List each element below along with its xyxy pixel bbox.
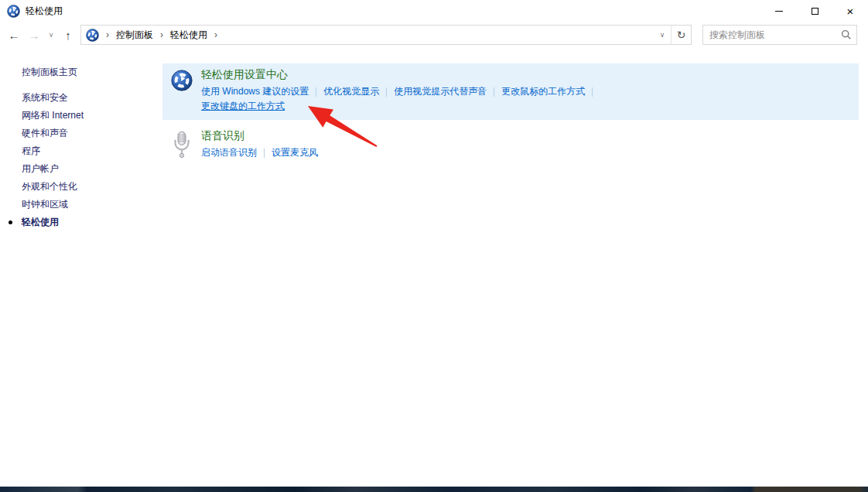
taskbar-sliver [0,487,868,492]
sidebar-item-appearance-personalization[interactable]: 外观和个性化 [22,178,162,196]
minimize-icon [775,11,783,12]
breadcrumb-separator-icon: › [153,29,170,40]
sidebar-item-clock-region[interactable]: 时钟和区域 [22,196,162,214]
breadcrumb-ease-of-access-icon [86,29,99,42]
section-ease-of-access-center: 轻松使用设置中心 使用 Windows 建议的设置 优化视觉显示 使用视觉提示代… [162,63,859,120]
address-dropdown-button[interactable]: ∨ [654,26,671,44]
sidebar-item-user-accounts[interactable]: 用户帐户 [22,160,162,178]
chevron-down-icon: ∨ [660,31,665,39]
chevron-down-icon: ∨ [49,31,54,39]
sidebar-item-programs[interactable]: 程序 [22,142,162,160]
minimize-button[interactable] [761,0,797,22]
ease-of-access-center-title[interactable]: 轻松使用设置中心 [201,68,600,82]
task-link-set-up-microphone[interactable]: 设置麦克风 [272,145,318,160]
speech-recognition-title[interactable]: 语音识别 [201,129,318,143]
breadcrumb-separator-icon: › [207,29,224,40]
maximize-icon [812,8,818,15]
window-title: 轻松使用 [26,5,63,18]
refresh-button[interactable]: ↻ [671,26,691,44]
sidebar-item-hardware-sound[interactable]: 硬件和声音 [22,125,162,142]
link-separator [264,149,265,158]
search-box[interactable] [702,25,857,45]
window-controls: × [761,0,868,22]
address-bar[interactable]: › 控制面板 › 轻松使用 › ∨ ↻ [80,25,692,45]
microphone-icon [170,129,193,159]
task-link-optimize-visual-display[interactable]: 优化视觉显示 [323,84,379,99]
title-bar: 轻松使用 × [0,0,868,22]
task-links-row-1: 使用 Windows 建议的设置 优化视觉显示 使用视觉提示代替声音 更改鼠标的… [201,84,600,99]
task-link-recommended-settings[interactable]: 使用 Windows 建议的设置 [201,84,309,99]
ease-of-access-center-icon [170,68,193,91]
link-separator [386,87,387,97]
link-separator [592,87,593,97]
up-icon: ↑ [65,29,71,42]
task-link-change-keyboard-behavior[interactable]: 更改键盘的工作方式 [201,99,285,114]
close-icon: × [847,5,854,17]
search-icon [841,29,852,40]
breadcrumb-ease-of-access[interactable]: 轻松使用 [170,29,207,42]
sidebar-item-system-security[interactable]: 系统和安全 [22,89,162,107]
sidebar: 控制面板主页 系统和安全 网络和 Internet 硬件和声音 程序 用户帐户 … [0,48,162,481]
back-icon: ← [9,29,20,42]
task-links-row-2: 更改键盘的工作方式 [201,99,600,114]
close-button[interactable]: × [832,0,868,22]
nav-arrows: ← → ∨ ↑ [5,26,77,44]
link-separator [494,87,494,97]
sidebar-item-control-panel-home[interactable]: 控制面板主页 [22,63,162,81]
link-separator [316,87,316,97]
breadcrumb-control-panel[interactable]: 控制面板 [116,29,153,42]
section-body: 语音识别 启动语音识别 设置麦克风 [201,129,318,160]
sidebar-item-ease-of-access-active[interactable]: 轻松使用 [22,214,162,231]
navigation-bar: ← → ∨ ↑ › 控制面板 › 轻松使用 › ∨ ↻ [0,22,868,48]
recent-pages-dropdown[interactable]: ∨ [45,26,57,44]
up-button[interactable]: ↑ [59,26,77,44]
maximize-button[interactable] [797,0,832,22]
forward-button[interactable]: → [25,26,43,44]
back-button[interactable]: ← [5,26,23,44]
app-ease-of-access-icon [7,5,20,18]
task-link-start-speech-recognition[interactable]: 启动语音识别 [201,145,257,160]
address-bar-controls: ∨ ↻ [654,26,691,44]
forward-icon: → [29,29,40,42]
sidebar-item-network-internet[interactable]: 网络和 Internet [22,107,162,125]
breadcrumb-separator-icon: › [99,29,116,40]
search-input[interactable] [709,29,841,40]
main-panel: 轻松使用设置中心 使用 Windows 建议的设置 优化视觉显示 使用视觉提示代… [162,48,868,481]
task-link-change-mouse-behavior[interactable]: 更改鼠标的工作方式 [501,84,585,99]
task-link-visual-cues-for-sounds[interactable]: 使用视觉提示代替声音 [394,84,487,99]
refresh-icon: ↻ [677,29,686,41]
content-area: 控制面板主页 系统和安全 网络和 Internet 硬件和声音 程序 用户帐户 … [0,48,868,481]
section-speech-recognition: 语音识别 启动语音识别 设置麦克风 [162,125,859,166]
section-body: 轻松使用设置中心 使用 Windows 建议的设置 优化视觉显示 使用视觉提示代… [201,68,600,114]
task-links-row: 启动语音识别 设置麦克风 [201,145,318,160]
